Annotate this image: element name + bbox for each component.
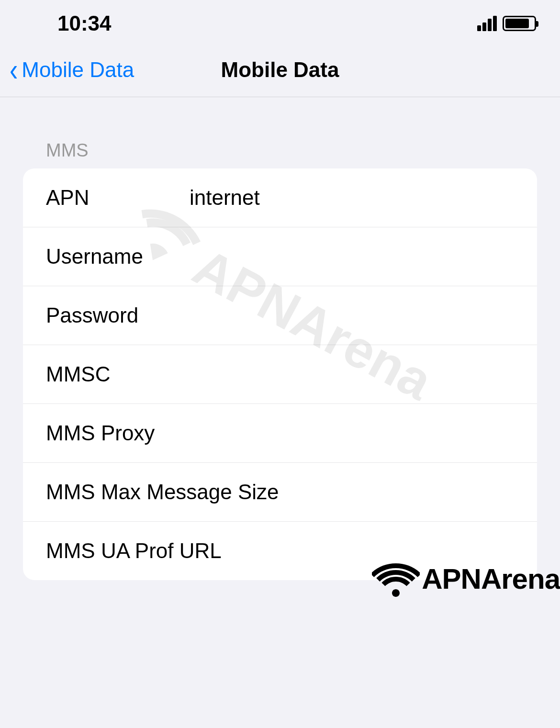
back-label: Mobile Data (22, 58, 134, 82)
row-password[interactable]: Password (23, 286, 537, 345)
status-icons (477, 16, 536, 31)
wifi-icon (372, 559, 420, 599)
footer-logo: APNArena (372, 559, 560, 599)
input-mms-max-size[interactable] (298, 480, 537, 504)
label-mmsc: MMSC (46, 362, 170, 386)
battery-icon (503, 16, 536, 31)
row-mmsc[interactable]: MMSC (23, 345, 537, 404)
page-title: Mobile Data (221, 58, 339, 82)
footer-logo-text: APNArena (422, 562, 560, 595)
row-mms-max-size[interactable]: MMS Max Message Size (23, 463, 537, 522)
status-time: 10:34 (57, 11, 112, 35)
input-apn[interactable] (190, 186, 514, 210)
settings-card: APN Username Password MMSC MMS Proxy MMS… (23, 168, 537, 580)
row-username[interactable]: Username (23, 227, 537, 286)
input-password[interactable] (190, 303, 514, 327)
chevron-left-icon: ‹ (10, 54, 18, 86)
section-header-mms: MMS (23, 140, 537, 161)
navigation-bar: ‹ Mobile Data Mobile Data (0, 43, 560, 97)
label-username: Username (46, 245, 170, 269)
status-bar: 10:34 (0, 0, 560, 43)
label-mms-ua-prof: MMS UA Prof URL (46, 539, 222, 563)
input-mms-proxy[interactable] (190, 421, 514, 445)
input-username[interactable] (190, 245, 514, 269)
label-mms-max-size: MMS Max Message Size (46, 480, 279, 504)
label-mms-proxy: MMS Proxy (46, 421, 170, 445)
cellular-signal-icon (477, 16, 497, 31)
input-mmsc[interactable] (190, 362, 514, 386)
row-mms-proxy[interactable]: MMS Proxy (23, 404, 537, 463)
label-apn: APN (46, 186, 170, 210)
label-password: Password (46, 303, 170, 327)
row-apn[interactable]: APN (23, 168, 537, 227)
back-button[interactable]: ‹ Mobile Data (10, 57, 134, 82)
